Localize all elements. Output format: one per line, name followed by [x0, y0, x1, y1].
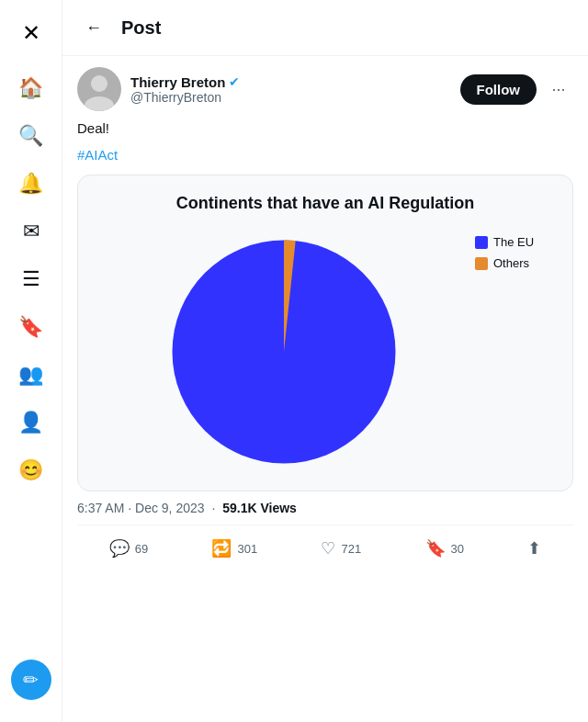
- legend-label-others: Others: [493, 256, 529, 270]
- sidebar: ✕ 🏠 🔍 🔔 ✉ ☰ 🔖 👥 👤 😊 ✏: [0, 0, 62, 722]
- sidebar-item-bookmarks[interactable]: 🔖: [9, 305, 53, 349]
- user-display-name: Thierry Breton: [130, 74, 225, 90]
- tweet-main-text: Deal!: [77, 120, 109, 136]
- timestamp-text: 6:37 AM · Dec 9, 2023: [77, 501, 205, 515]
- sidebar-item-more[interactable]: 😊: [9, 448, 53, 492]
- page-title: Post: [121, 17, 161, 39]
- sidebar-item-search[interactable]: 🔍: [9, 114, 53, 158]
- sidebar-item-profile[interactable]: 👤: [9, 400, 53, 445]
- chart-title: Continents that have an AI Regulation: [93, 194, 558, 213]
- retweet-count: 301: [237, 542, 257, 556]
- action-bar: 💬 69 🔁 301 ♡ 721 🔖 30 ⬆: [77, 529, 573, 571]
- main-content: ← Post Thierry Breton ✔: [62, 0, 588, 722]
- avatar[interactable]: [77, 67, 121, 111]
- post-area: Thierry Breton ✔ @ThierryBreton Follow ·…: [62, 56, 588, 582]
- user-name-row: Thierry Breton ✔: [130, 74, 240, 90]
- twitter-logo[interactable]: ✕: [9, 11, 53, 55]
- user-left: Thierry Breton ✔ @ThierryBreton: [77, 67, 240, 111]
- chart-circle-area: [93, 228, 475, 476]
- like-icon: ♡: [321, 538, 335, 558]
- back-button[interactable]: ←: [77, 11, 110, 44]
- chart-legend: The EU Others: [475, 228, 558, 270]
- tweet-hashtag: #AIAct: [77, 145, 573, 166]
- tweet-text: Deal!: [77, 118, 573, 140]
- more-icon: ···: [551, 80, 565, 99]
- sidebar-item-home[interactable]: 🏠: [9, 66, 53, 110]
- dot-separator: ·: [211, 501, 215, 515]
- reply-action[interactable]: 💬 69: [102, 533, 155, 564]
- header: ← Post: [62, 0, 588, 56]
- user-details: Thierry Breton ✔ @ThierryBreton: [130, 74, 240, 105]
- sidebar-item-notifications[interactable]: 🔔: [9, 162, 53, 206]
- user-handle: @ThierryBreton: [130, 90, 240, 105]
- sidebar-item-lists[interactable]: ☰: [9, 257, 53, 301]
- divider-top: [77, 525, 573, 525]
- svg-point-1: [91, 75, 107, 92]
- back-icon: ←: [85, 18, 102, 38]
- chart-card: Continents that have an AI Regulation: [77, 175, 573, 491]
- bookmark-icon: 🔖: [425, 538, 446, 558]
- retweet-action[interactable]: 🔁 301: [204, 533, 265, 564]
- like-count: 721: [341, 542, 361, 556]
- follow-button[interactable]: Follow: [460, 74, 537, 105]
- bookmark-action[interactable]: 🔖 30: [418, 533, 471, 564]
- verified-badge: ✔: [229, 74, 240, 89]
- more-button[interactable]: ···: [544, 74, 573, 104]
- sidebar-item-communities[interactable]: 👥: [9, 353, 53, 397]
- legend-color-others: [475, 257, 488, 270]
- legend-item-others: Others: [475, 256, 558, 270]
- compose-button[interactable]: ✏: [11, 660, 51, 700]
- chart-content: The EU Others: [93, 228, 558, 476]
- reply-icon: 💬: [109, 538, 130, 558]
- share-action[interactable]: ⬆: [520, 533, 548, 564]
- like-action[interactable]: ♡ 721: [313, 533, 368, 564]
- user-info: Thierry Breton ✔ @ThierryBreton Follow ·…: [77, 67, 573, 111]
- views-count: 59.1K Views: [222, 501, 297, 515]
- retweet-icon: 🔁: [211, 538, 232, 558]
- pie-chart: [160, 228, 408, 476]
- user-right: Follow ···: [460, 74, 574, 105]
- reply-count: 69: [135, 542, 148, 556]
- avatar-image: [77, 67, 121, 111]
- legend-color-eu: [475, 236, 488, 249]
- sidebar-item-messages[interactable]: ✉: [9, 209, 53, 254]
- bookmark-count: 30: [451, 542, 464, 556]
- timestamp: 6:37 AM · Dec 9, 2023 · 59.1K Views: [77, 501, 573, 515]
- share-icon: ⬆: [527, 538, 541, 558]
- legend-label-eu: The EU: [493, 235, 534, 249]
- legend-item-eu: The EU: [475, 235, 558, 249]
- hashtag-link[interactable]: #AIAct: [77, 147, 118, 163]
